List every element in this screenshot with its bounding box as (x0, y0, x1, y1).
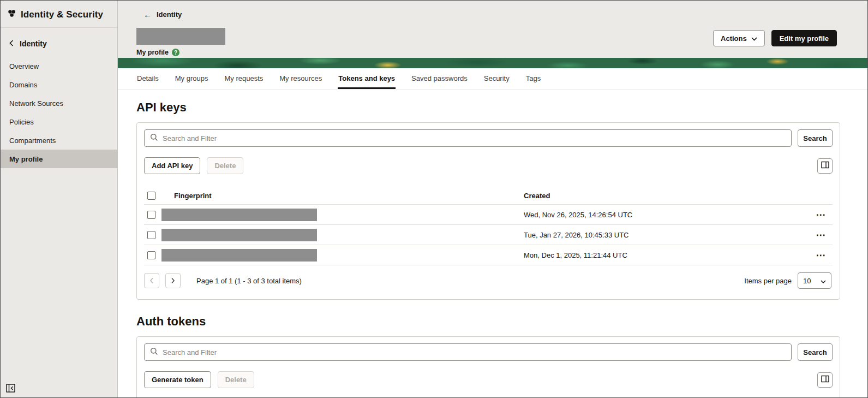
delete-button-label: Delete (225, 376, 247, 384)
edit-my-profile-button[interactable]: Edit my profile (771, 30, 837, 46)
table-row: Wed, Nov 26, 2025, 14:26:54 UTC ⋯ (144, 204, 833, 224)
auth-tokens-columns-button[interactable] (817, 372, 833, 388)
search-button-label: Search (803, 348, 827, 357)
api-keys-delete-button[interactable]: Delete (207, 157, 243, 174)
row-checkbox[interactable] (147, 251, 155, 259)
tab-my-requests[interactable]: My requests (224, 68, 264, 89)
column-header-created: Created (524, 192, 809, 200)
items-per-page-value: 10 (803, 277, 811, 285)
api-keys-card: Search Add API key Delete (136, 122, 840, 300)
tab-label: Security (484, 74, 510, 82)
sidebar-header: Identity & Security (1, 1, 117, 27)
row-actions-menu-icon[interactable]: ⋯ (809, 210, 833, 219)
api-keys-search-row: Search (144, 129, 833, 147)
sidebar-nav-header-label: Identity (20, 39, 47, 48)
tab-tags[interactable]: Tags (525, 68, 541, 89)
tab-label: Details (137, 74, 159, 82)
add-api-key-button[interactable]: Add API key (144, 157, 200, 174)
back-link[interactable]: ← Identity (143, 10, 182, 19)
items-per-page: Items per page 10 (744, 272, 831, 289)
generate-token-button[interactable]: Generate token (144, 371, 211, 388)
sidebar-item-label: Compartments (9, 136, 56, 145)
sidebar-item-overview[interactable]: Overview (1, 57, 117, 75)
collapse-sidebar-icon[interactable] (5, 383, 16, 394)
api-keys-table-header: Fingerprint Created (144, 187, 833, 204)
auth-tokens-search-button[interactable]: Search (798, 343, 833, 361)
sidebar-item-label: My profile (9, 155, 43, 163)
add-api-key-label: Add API key (152, 162, 193, 170)
api-keys-search-box (144, 129, 792, 147)
row-actions-menu-icon[interactable]: ⋯ (809, 251, 833, 260)
tab-label: Tokens and keys (338, 74, 395, 82)
header-actions: Actions Edit my profile (713, 30, 837, 46)
back-arrow-icon: ← (143, 10, 152, 19)
sidebar-item-label: Policies (9, 118, 34, 126)
actions-button-label: Actions (721, 34, 747, 43)
search-icon (150, 133, 158, 144)
tab-label: Saved passwords (411, 74, 468, 82)
auth-tokens-card: Search Generate token Delete (136, 336, 840, 397)
next-page-button[interactable] (165, 273, 181, 288)
columns-icon (821, 375, 829, 385)
sidebar-item-compartments[interactable]: Compartments (1, 131, 117, 150)
tab-label: Tags (526, 74, 541, 82)
profile-label: My profile (136, 49, 169, 56)
profile-label-row: My profile ? (136, 49, 179, 56)
api-keys-pagination: Page 1 of 1 (1 - 3 of 3 total items) Ite… (144, 265, 833, 293)
auth-tokens-toolbar: Generate token Delete (144, 371, 833, 388)
tab-details[interactable]: Details (136, 68, 159, 89)
back-link-label: Identity (157, 10, 182, 19)
column-header-fingerprint: Fingerprint (161, 192, 524, 200)
row-checkbox[interactable] (147, 211, 155, 219)
api-keys-columns-button[interactable] (817, 158, 833, 174)
delete-button-label: Delete (214, 162, 236, 170)
sidebar: Identity & Security Identity Overview Do… (1, 1, 118, 397)
auth-tokens-search-row: Search (144, 343, 833, 361)
tab-my-resources[interactable]: My resources (279, 68, 322, 89)
tab-my-groups[interactable]: My groups (175, 68, 209, 89)
sidebar-item-domains[interactable]: Domains (1, 75, 117, 94)
chevron-down-icon (821, 277, 826, 285)
sidebar-item-my-profile[interactable]: My profile (1, 150, 117, 168)
sidebar-title: Identity & Security (21, 9, 103, 20)
actions-button[interactable]: Actions (713, 30, 765, 46)
tab-content: API keys Search Add API key (118, 90, 867, 397)
api-keys-heading: API keys (136, 100, 840, 115)
tab-tokens-and-keys[interactable]: Tokens and keys (338, 68, 396, 89)
identity-security-icon (7, 9, 16, 20)
app-window: Identity & Security Identity Overview Do… (0, 0, 868, 398)
help-icon[interactable]: ? (172, 49, 179, 56)
generate-token-label: Generate token (152, 376, 203, 384)
previous-page-button[interactable] (144, 273, 159, 288)
auth-tokens-delete-button[interactable]: Delete (218, 371, 254, 388)
edit-my-profile-label: Edit my profile (780, 34, 829, 43)
row-checkbox[interactable] (147, 231, 155, 239)
sidebar-nav-header[interactable]: Identity (1, 28, 117, 57)
page-header: ← Identity My profile ? Actions Edit my … (118, 1, 867, 58)
sidebar-item-label: Overview (9, 62, 39, 70)
main-area: ← Identity My profile ? Actions Edit my … (118, 1, 867, 397)
tab-saved-passwords[interactable]: Saved passwords (411, 68, 468, 89)
select-all-checkbox[interactable] (147, 192, 155, 200)
row-actions-menu-icon[interactable]: ⋯ (809, 230, 833, 240)
tab-security[interactable]: Security (483, 68, 510, 89)
sidebar-item-policies[interactable]: Policies (1, 112, 117, 131)
sidebar-item-label: Domains (9, 81, 37, 89)
sidebar-item-network-sources[interactable]: Network Sources (1, 94, 117, 112)
redacted-fingerprint (161, 209, 317, 221)
tab-bar: Details My groups My requests My resourc… (118, 68, 867, 90)
table-row: Tue, Jan 27, 2026, 10:45:33 UTC ⋯ (144, 224, 833, 245)
profile-banner-image (118, 58, 867, 68)
search-button-label: Search (803, 134, 827, 142)
chevron-left-icon (9, 39, 14, 48)
items-per-page-select[interactable]: 10 (798, 272, 831, 289)
sidebar-nav: Overview Domains Network Sources Policie… (1, 57, 117, 168)
api-keys-search-input[interactable] (163, 134, 786, 142)
pagination-summary: Page 1 of 1 (1 - 3 of 3 total items) (196, 277, 302, 285)
auth-tokens-search-input[interactable] (163, 348, 786, 357)
redacted-fingerprint (161, 229, 317, 241)
api-keys-search-button[interactable]: Search (798, 129, 833, 147)
created-cell: Wed, Nov 26, 2025, 14:26:54 UTC (524, 211, 809, 219)
tab-label: My requests (224, 74, 263, 82)
created-cell: Mon, Dec 1, 2025, 11:21:44 UTC (524, 251, 809, 259)
